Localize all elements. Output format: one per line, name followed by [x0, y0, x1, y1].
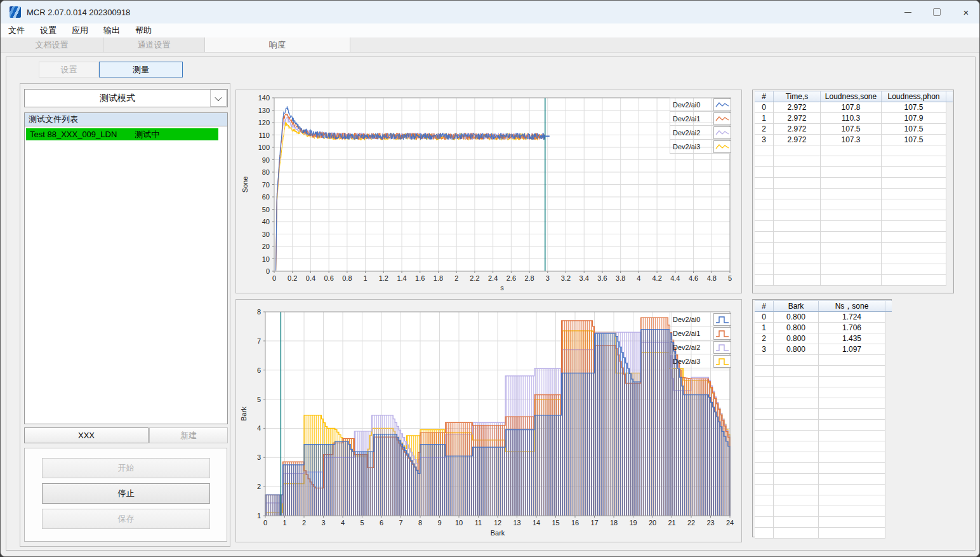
- loudness-table-header-1[interactable]: #: [755, 91, 774, 102]
- minimize-button[interactable]: [893, 1, 922, 23]
- table-row-empty: [755, 452, 892, 463]
- file-list-header: 测试文件列表: [24, 112, 228, 126]
- table-row[interactable]: 32.972107.3107.5: [755, 135, 953, 145]
- save-button[interactable]: 保存: [42, 509, 210, 529]
- table-row[interactable]: 10.8001.706: [755, 323, 892, 333]
- bark-table-cell: 1: [755, 323, 774, 333]
- x-tick-label: 0.2: [288, 274, 297, 282]
- y-tick-label: 6: [257, 366, 261, 374]
- legend-glyph-icon: [715, 343, 729, 352]
- table-row[interactable]: 02.972107.8107.5: [755, 102, 953, 113]
- start-button[interactable]: 开始: [42, 458, 210, 478]
- loudness-table-cell: 107.5: [882, 135, 946, 145]
- x-tick-label: 4.8: [707, 274, 717, 282]
- bark-table-row-filler: [885, 517, 892, 528]
- x-tick-label: 0.4: [306, 274, 315, 282]
- legend-row-Dev2-ai0[interactable]: Dev2/ai0: [670, 97, 731, 112]
- loudness-table-empty-cell: [774, 232, 821, 243]
- table-row-empty: [755, 189, 953, 199]
- loudness-table-empty-cell: [774, 210, 821, 221]
- loudness-table-cell: 107.5: [821, 124, 882, 135]
- tab-settings[interactable]: 设置: [39, 62, 99, 77]
- window-controls: ×: [893, 1, 980, 23]
- loudness-table-empty-cell: [821, 145, 882, 156]
- x-tick-label: 14: [533, 519, 540, 527]
- menu-item-3[interactable]: 应用: [64, 23, 96, 37]
- legend-glyph-icon: [715, 315, 729, 324]
- legend-row-Dev2-ai0[interactable]: Dev2/ai0: [670, 312, 731, 326]
- test-mode-dropdown[interactable]: 测试模式: [24, 89, 228, 107]
- x-tick-label: 3.2: [561, 274, 571, 282]
- table-row[interactable]: 22.972107.5107.5: [755, 124, 953, 135]
- bark-table-cell: 1.097: [819, 344, 885, 355]
- legend-row-Dev2-ai3[interactable]: Dev2/ai3: [670, 140, 731, 154]
- main-tab-1[interactable]: 文档设置: [1, 37, 103, 52]
- bark-table-empty-cell: [774, 485, 819, 495]
- x-tick-label: 3.6: [597, 274, 607, 282]
- menu-item-1[interactable]: 文件: [1, 23, 32, 37]
- legend-row-Dev2-ai1[interactable]: Dev2/ai1: [670, 326, 731, 340]
- x-tick-label: 1: [282, 519, 286, 527]
- menu-item-4[interactable]: 输出: [96, 23, 128, 37]
- bark-table-empty-cell: [774, 452, 819, 463]
- legend-row-Dev2-ai3[interactable]: Dev2/ai3: [670, 354, 731, 368]
- table-row[interactable]: 20.8001.435: [755, 333, 892, 344]
- x-tick-label: 1.4: [397, 274, 406, 282]
- legend-label: Dev2/ai0: [670, 312, 712, 326]
- table-row[interactable]: 30.8001.097: [755, 344, 892, 355]
- main-tab-2[interactable]: 通道设置: [103, 37, 205, 52]
- x-axis-label: Bark: [491, 529, 505, 537]
- table-row[interactable]: 12.972110.3107.9: [755, 113, 953, 124]
- loudness-table-empty-cell: [821, 156, 882, 167]
- stop-button[interactable]: 停止: [42, 483, 210, 504]
- tab-measure[interactable]: 测量: [99, 62, 183, 77]
- bark-table-empty-cell: [819, 528, 885, 539]
- y-tick-label: 30: [262, 231, 270, 238]
- legend-row-Dev2-ai2[interactable]: Dev2/ai2: [670, 340, 731, 354]
- legend-swatch-icon: [713, 341, 731, 354]
- y-tick-label: 120: [258, 119, 270, 126]
- x-tick-label: 19: [629, 519, 637, 527]
- new-button[interactable]: 新建: [149, 427, 228, 443]
- legend-swatch-icon: [713, 140, 731, 153]
- test-file-list[interactable]: Test 88_XXX_009_LDN 测试中: [24, 126, 228, 424]
- loudness-time-chart[interactable]: 00.20.40.60.811.21.41.61.822.22.42.62.83…: [236, 90, 743, 294]
- close-button[interactable]: ×: [951, 1, 980, 23]
- loudness-table-empty-cell: [774, 221, 821, 232]
- x-tick-label: 8: [418, 519, 422, 527]
- loudness-table-cell: 107.3: [821, 135, 882, 145]
- main-tab-3[interactable]: 响度: [205, 37, 350, 52]
- xxx-button[interactable]: XXX: [24, 427, 149, 443]
- legend-row-Dev2-ai2[interactable]: Dev2/ai2: [670, 126, 731, 140]
- maximize-button[interactable]: [922, 1, 951, 23]
- loudness-table-empty-cell: [821, 189, 882, 199]
- loudness-table-header-2[interactable]: Time,s: [774, 91, 821, 102]
- x-tick-label: 24: [726, 519, 734, 527]
- loudness-table: #Time,sLoudness,soneLoudness,phon02.9721…: [755, 91, 953, 286]
- table-row[interactable]: 00.8001.724: [755, 312, 892, 323]
- bark-table-row-filler: [885, 463, 892, 474]
- table-row-empty: [755, 167, 953, 178]
- loudness-table-empty-cell: [882, 178, 946, 189]
- loudness-table-header-3[interactable]: Loudness,sone: [821, 91, 882, 102]
- legend-swatch-icon: [713, 327, 731, 340]
- loudness-table-cell: 107.8: [821, 102, 882, 113]
- file-list-item-selected[interactable]: Test 88_XXX_009_LDN 测试中: [26, 128, 218, 140]
- loudness-table-empty-cell: [821, 178, 882, 189]
- dropdown-arrow-button[interactable]: [210, 90, 227, 107]
- bark-table-header-1[interactable]: #: [755, 301, 774, 311]
- loudness-table-header-4[interactable]: Loudness,phon: [882, 91, 946, 102]
- table-row-empty: [755, 221, 953, 232]
- menu-item-2[interactable]: 设置: [32, 23, 64, 37]
- loudness-table-row-filler: [946, 102, 953, 113]
- bark-table-empty-cell: [755, 528, 774, 539]
- legend-row-Dev2-ai1[interactable]: Dev2/ai1: [670, 112, 731, 126]
- bark-table-header-2[interactable]: Bark: [774, 301, 819, 311]
- specific-loudness-chart[interactable]: 0123456789101112131415161718192021222324…: [236, 300, 743, 543]
- tab-strip: 文档设置通道设置响度: [1, 37, 980, 53]
- menu-item-5[interactable]: 帮助: [128, 23, 159, 37]
- bark-table-empty-cell: [774, 377, 819, 387]
- bark-table-header-3[interactable]: Ns，sone: [819, 301, 885, 311]
- x-tick-label: 2.8: [524, 274, 534, 282]
- legend-label: Dev2/ai2: [670, 126, 712, 139]
